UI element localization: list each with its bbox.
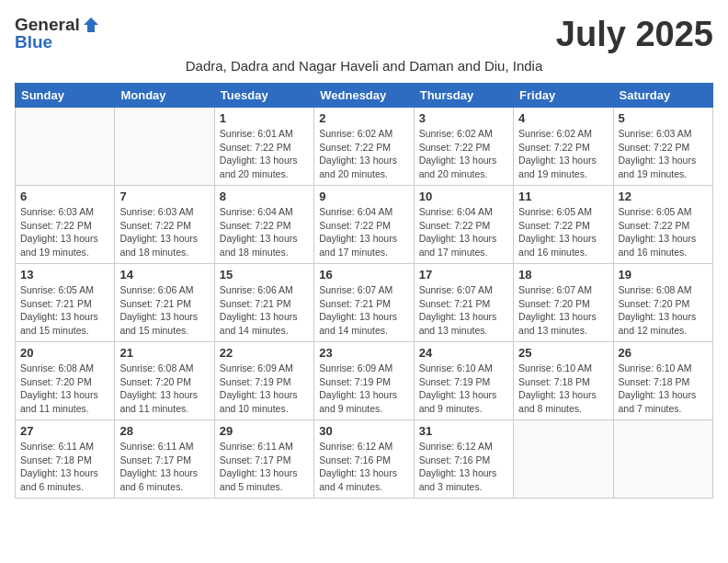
day-number: 3 [419,111,508,125]
calendar-cell [514,420,613,499]
day-info: Sunrise: 6:07 AM Sunset: 7:21 PM Dayligh… [319,283,408,338]
day-info: Sunrise: 6:07 AM Sunset: 7:21 PM Dayligh… [419,283,508,338]
day-number: 4 [518,111,608,125]
day-info: Sunrise: 6:11 AM Sunset: 7:17 PM Dayligh… [220,440,309,494]
calendar-cell: 15Sunrise: 6:06 AM Sunset: 7:21 PM Dayli… [214,264,313,342]
calendar-cell [613,420,712,499]
calendar-cell: 18Sunrise: 6:07 AM Sunset: 7:20 PM Dayli… [514,264,613,342]
calendar-cell: 27Sunrise: 6:11 AM Sunset: 7:18 PM Dayli… [16,420,115,499]
calendar-cell: 5Sunrise: 6:03 AM Sunset: 7:22 PM Daylig… [613,108,712,186]
day-number: 25 [518,346,608,360]
calendar-cell: 19Sunrise: 6:08 AM Sunset: 7:20 PM Dayli… [613,264,712,342]
calendar-cell: 14Sunrise: 6:06 AM Sunset: 7:21 PM Dayli… [115,264,214,342]
calendar-cell: 12Sunrise: 6:05 AM Sunset: 7:22 PM Dayli… [613,186,712,264]
day-number: 24 [419,346,508,360]
day-number: 15 [220,268,309,282]
day-info: Sunrise: 6:07 AM Sunset: 7:20 PM Dayligh… [518,283,608,338]
calendar-cell: 22Sunrise: 6:09 AM Sunset: 7:19 PM Dayli… [214,342,313,420]
day-number: 10 [419,190,508,203]
calendar-cell: 6Sunrise: 6:03 AM Sunset: 7:22 PM Daylig… [16,186,115,264]
day-number: 16 [319,268,408,282]
logo: General Blue [15,15,100,52]
day-number: 6 [20,190,109,203]
day-info: Sunrise: 6:06 AM Sunset: 7:21 PM Dayligh… [220,283,309,338]
day-number: 20 [20,346,109,360]
day-info: Sunrise: 6:10 AM Sunset: 7:19 PM Dayligh… [419,362,508,416]
weekday-header-saturday: Saturday [613,84,712,108]
day-info: Sunrise: 6:05 AM Sunset: 7:22 PM Dayligh… [518,205,608,259]
day-number: 27 [20,424,109,438]
day-info: Sunrise: 6:03 AM Sunset: 7:22 PM Dayligh… [20,205,109,259]
day-number: 26 [619,346,708,360]
day-number: 2 [319,111,408,125]
day-number: 11 [518,190,608,203]
weekday-header-monday: Monday [115,84,214,108]
day-info: Sunrise: 6:04 AM Sunset: 7:22 PM Dayligh… [220,205,309,259]
calendar-week-row: 13Sunrise: 6:05 AM Sunset: 7:21 PM Dayli… [16,264,713,342]
day-info: Sunrise: 6:10 AM Sunset: 7:18 PM Dayligh… [619,362,708,416]
calendar-cell [16,108,115,186]
calendar-cell: 28Sunrise: 6:11 AM Sunset: 7:17 PM Dayli… [115,420,214,499]
day-info: Sunrise: 6:01 AM Sunset: 7:22 PM Dayligh… [220,127,309,181]
calendar-cell: 20Sunrise: 6:08 AM Sunset: 7:20 PM Dayli… [16,342,115,420]
day-number: 13 [20,268,109,282]
calendar-cell: 10Sunrise: 6:04 AM Sunset: 7:22 PM Dayli… [414,186,513,264]
day-number: 12 [619,190,708,203]
day-info: Sunrise: 6:08 AM Sunset: 7:20 PM Dayligh… [20,362,109,416]
calendar-cell: 17Sunrise: 6:07 AM Sunset: 7:21 PM Dayli… [414,264,513,342]
day-info: Sunrise: 6:02 AM Sunset: 7:22 PM Dayligh… [319,127,408,181]
calendar-cell: 24Sunrise: 6:10 AM Sunset: 7:19 PM Dayli… [414,342,513,420]
weekday-header-wednesday: Wednesday [314,84,414,108]
day-info: Sunrise: 6:05 AM Sunset: 7:22 PM Dayligh… [619,205,708,259]
day-number: 9 [319,190,408,203]
day-info: Sunrise: 6:08 AM Sunset: 7:20 PM Dayligh… [119,362,209,416]
weekday-header-sunday: Sunday [16,84,115,108]
day-number: 29 [220,424,309,438]
weekday-header-thursday: Thursday [414,84,513,108]
day-number: 7 [119,190,209,203]
day-info: Sunrise: 6:09 AM Sunset: 7:19 PM Dayligh… [220,362,309,416]
day-number: 17 [419,268,508,282]
month-title: July 2025 [556,15,713,54]
day-number: 22 [220,346,309,360]
calendar-cell: 4Sunrise: 6:02 AM Sunset: 7:22 PM Daylig… [514,108,613,186]
day-info: Sunrise: 6:04 AM Sunset: 7:22 PM Dayligh… [319,205,408,259]
day-number: 23 [319,346,408,360]
day-info: Sunrise: 6:02 AM Sunset: 7:22 PM Dayligh… [518,127,608,181]
day-info: Sunrise: 6:12 AM Sunset: 7:16 PM Dayligh… [319,440,408,494]
day-number: 14 [119,268,209,282]
calendar-cell: 26Sunrise: 6:10 AM Sunset: 7:18 PM Dayli… [613,342,712,420]
calendar-cell: 11Sunrise: 6:05 AM Sunset: 7:22 PM Dayli… [514,186,613,264]
calendar-week-row: 6Sunrise: 6:03 AM Sunset: 7:22 PM Daylig… [16,186,713,264]
calendar-cell: 2Sunrise: 6:02 AM Sunset: 7:22 PM Daylig… [314,108,414,186]
calendar-table: SundayMondayTuesdayWednesdayThursdayFrid… [15,83,713,499]
day-number: 31 [419,424,508,438]
calendar-cell: 30Sunrise: 6:12 AM Sunset: 7:16 PM Dayli… [314,420,414,499]
day-info: Sunrise: 6:03 AM Sunset: 7:22 PM Dayligh… [619,127,708,181]
day-number: 28 [119,424,209,438]
day-number: 8 [220,190,309,203]
day-number: 5 [619,111,708,125]
day-number: 19 [619,268,708,282]
day-info: Sunrise: 6:03 AM Sunset: 7:22 PM Dayligh… [119,205,209,259]
calendar-cell: 16Sunrise: 6:07 AM Sunset: 7:21 PM Dayli… [314,264,414,342]
calendar-cell: 3Sunrise: 6:02 AM Sunset: 7:22 PM Daylig… [414,108,513,186]
calendar-cell: 9Sunrise: 6:04 AM Sunset: 7:22 PM Daylig… [314,186,414,264]
day-info: Sunrise: 6:10 AM Sunset: 7:18 PM Dayligh… [518,362,608,416]
day-info: Sunrise: 6:05 AM Sunset: 7:21 PM Dayligh… [20,283,109,338]
calendar-cell: 1Sunrise: 6:01 AM Sunset: 7:22 PM Daylig… [214,108,313,186]
day-info: Sunrise: 6:06 AM Sunset: 7:21 PM Dayligh… [119,283,209,338]
day-number: 21 [119,346,209,360]
day-number: 18 [518,268,608,282]
calendar-cell [115,108,214,186]
page-header: General Blue July 2025 [15,15,713,54]
day-info: Sunrise: 6:08 AM Sunset: 7:20 PM Dayligh… [619,283,708,338]
calendar-week-row: 20Sunrise: 6:08 AM Sunset: 7:20 PM Dayli… [16,342,713,420]
day-info: Sunrise: 6:11 AM Sunset: 7:17 PM Dayligh… [119,440,209,494]
calendar-subtitle: Dadra, Dadra and Nagar Haveli and Daman … [15,58,713,74]
calendar-cell: 31Sunrise: 6:12 AM Sunset: 7:16 PM Dayli… [414,420,513,499]
logo-icon [82,16,100,34]
logo-blue: Blue [15,32,52,52]
svg-marker-0 [84,17,98,32]
day-info: Sunrise: 6:02 AM Sunset: 7:22 PM Dayligh… [419,127,508,181]
